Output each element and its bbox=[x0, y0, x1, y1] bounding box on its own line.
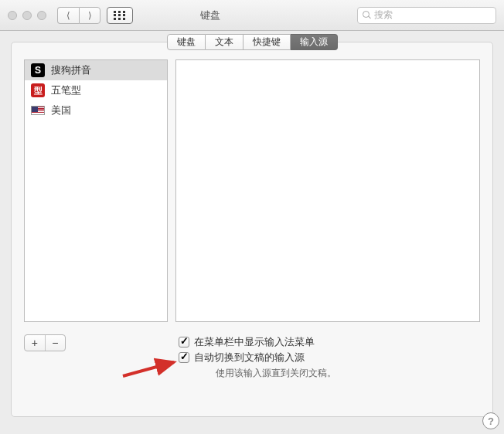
list-item-label: 美国 bbox=[51, 103, 71, 117]
close-icon[interactable] bbox=[8, 11, 17, 20]
tab-input-sources[interactable]: 输入源 bbox=[291, 34, 338, 50]
content: 键盘 文本 快捷键 输入源 S 搜狗拼音 型 五笔型 美国 bbox=[0, 31, 504, 434]
tab-text[interactable]: 文本 bbox=[206, 34, 243, 50]
list-item[interactable]: 型 五笔型 bbox=[25, 80, 167, 100]
titlebar: ⟨ ⟩ 键盘 搜索 bbox=[0, 0, 504, 31]
list-item[interactable]: 美国 bbox=[25, 100, 167, 120]
list-item[interactable]: S 搜狗拼音 bbox=[25, 60, 167, 80]
add-button[interactable]: + bbox=[25, 335, 45, 351]
list-item-label: 五笔型 bbox=[51, 83, 81, 97]
option-hint: 使用该输入源直到关闭文稿。 bbox=[216, 367, 480, 380]
sogou-icon: S bbox=[31, 63, 45, 77]
search-placeholder: 搜索 bbox=[374, 8, 393, 22]
tab-keyboard[interactable]: 键盘 bbox=[167, 34, 206, 50]
list-item-label: 搜狗拼音 bbox=[51, 63, 91, 77]
add-remove-control[interactable]: + − bbox=[24, 334, 66, 351]
grid-icon bbox=[114, 11, 126, 20]
option-label: 自动切换到文稿的输入源 bbox=[194, 351, 305, 364]
tabs: 键盘 文本 快捷键 输入源 bbox=[167, 34, 338, 50]
remove-button[interactable]: − bbox=[45, 335, 66, 351]
search-icon bbox=[363, 11, 371, 19]
input-source-list[interactable]: S 搜狗拼音 型 五笔型 美国 bbox=[24, 59, 168, 322]
checkbox-show-in-menubar[interactable] bbox=[179, 337, 189, 348]
window-title: 键盘 bbox=[70, 8, 351, 22]
preferences-panel: 键盘 文本 快捷键 输入源 S 搜狗拼音 型 五笔型 美国 bbox=[11, 42, 493, 417]
search-input[interactable]: 搜索 bbox=[357, 7, 496, 24]
input-source-detail bbox=[175, 59, 480, 322]
wubi-icon: 型 bbox=[31, 83, 45, 97]
checkbox-auto-switch[interactable] bbox=[179, 352, 189, 363]
zoom-icon[interactable] bbox=[37, 11, 46, 20]
tab-shortcuts[interactable]: 快捷键 bbox=[243, 34, 291, 50]
us-flag-icon bbox=[31, 106, 45, 115]
window-controls bbox=[8, 11, 46, 20]
minimize-icon[interactable] bbox=[22, 11, 32, 20]
help-button[interactable]: ? bbox=[482, 412, 499, 429]
options: 在菜单栏中显示输入法菜单 自动切换到文稿的输入源 使用该输入源直到关闭文稿。 bbox=[179, 334, 480, 380]
option-label: 在菜单栏中显示输入法菜单 bbox=[194, 335, 315, 349]
